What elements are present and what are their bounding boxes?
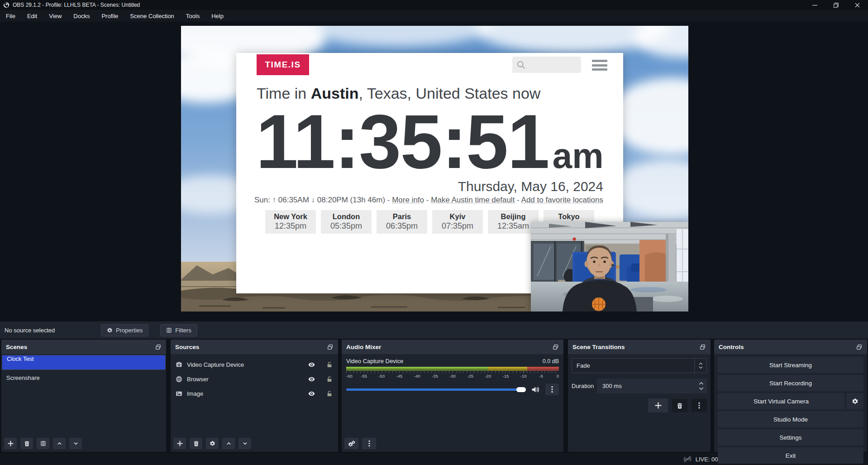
scene-item-clock-test[interactable]: Clock Test [2, 355, 166, 370]
city-time-card: London 05:35pm [321, 210, 372, 234]
properties-button[interactable]: Properties [101, 324, 148, 336]
source-properties-button[interactable] [206, 438, 219, 449]
remove-scene-button[interactable] [20, 438, 33, 449]
db-tick-label: -60 [346, 374, 353, 379]
mixer-options-button[interactable] [362, 438, 376, 449]
globe-icon [176, 376, 182, 383]
add-scene-button[interactable] [4, 438, 17, 449]
popout-dock-icon [699, 344, 706, 350]
spin-up-button[interactable] [699, 382, 704, 385]
db-scale: -60 -55 -50 -45 -40 -35 -30 -25 -20 -15 … [346, 374, 559, 379]
menu-file[interactable]: File [0, 10, 21, 22]
city-name: Paris [393, 212, 411, 221]
add-favorite-link: Add to favorite locations [521, 196, 603, 204]
menu-view[interactable]: View [43, 10, 67, 22]
exit-button[interactable]: Exit [718, 447, 863, 464]
db-tick-label: -15 [503, 374, 509, 379]
add-transition-button[interactable] [648, 398, 668, 412]
stream-inactive-icon [683, 455, 692, 463]
webcam-overlay-source[interactable] [531, 222, 688, 312]
start-recording-button[interactable]: Start Recording [718, 375, 863, 391]
source-item-browser[interactable]: Browser [171, 372, 338, 386]
advanced-audio-button[interactable] [344, 438, 358, 449]
controls-panel-header[interactable]: Controls [714, 340, 867, 354]
start-streaming-button[interactable]: Start Streaming [718, 357, 863, 373]
menu-tools[interactable]: Tools [180, 10, 205, 22]
source-item-image[interactable]: Image [171, 387, 338, 400]
window-title: OBS 29.1.2 - Profile: LLHLS BETA - Scene… [13, 2, 140, 8]
unlock-icon[interactable] [326, 390, 333, 397]
db-tick-marks [346, 371, 559, 373]
db-tick-label: -25 [467, 374, 473, 379]
volume-slider-handle[interactable] [516, 387, 526, 392]
source-label: Image [187, 390, 203, 397]
channel-options-button[interactable] [545, 384, 559, 395]
window-titlebar[interactable]: OBS 29.1.2 - Profile: LLHLS BETA - Scene… [0, 0, 868, 10]
db-tick-label: -50 [378, 374, 385, 379]
filters-button[interactable]: Filters [160, 324, 197, 336]
hamburger-menu-icon [592, 60, 607, 73]
virtual-camera-settings-button[interactable] [846, 393, 863, 409]
scene-item-screenshare[interactable]: Screenshare [2, 371, 166, 384]
dock-panels: Scenes Clock Test Screenshare [0, 339, 868, 453]
clock-digits: 11:35:51 [256, 99, 549, 184]
timeis-search-box [512, 57, 581, 73]
db-tick-label: 0 [557, 374, 559, 379]
remove-source-button[interactable] [190, 438, 202, 449]
preview-canvas[interactable]: TIME.IS Time in Austin, Texas, United St… [181, 26, 688, 312]
scene-filters-button[interactable] [37, 438, 49, 449]
source-item-video-capture[interactable]: Video Capture Device [171, 358, 338, 371]
transitions-panel-title: Scene Transitions [572, 344, 625, 350]
move-source-down-button[interactable] [238, 438, 251, 449]
duration-spinbox[interactable]: 300 ms [597, 379, 707, 393]
city-name: New York [274, 212, 307, 221]
visibility-eye-icon[interactable] [308, 390, 315, 397]
settings-button[interactable]: Settings [718, 429, 863, 446]
move-scene-down-button[interactable] [69, 438, 82, 449]
mixer-panel-header[interactable]: Audio Mixer [342, 340, 563, 354]
sources-panel-header[interactable]: Sources [171, 340, 338, 354]
db-tick-label: -30 [449, 374, 456, 379]
obs-logo-icon [3, 2, 10, 8]
filters-label: Filters [175, 327, 191, 334]
transition-select[interactable]: Fade [572, 358, 707, 373]
gear-icon [107, 327, 113, 333]
mixer-db-value: 0.0 dB [543, 358, 559, 364]
restore-button[interactable] [825, 0, 847, 10]
start-virtual-camera-button[interactable]: Start Virtual Camera [718, 393, 844, 409]
transition-options-button[interactable] [692, 399, 707, 412]
transitions-panel-header[interactable]: Scene Transitions [568, 340, 711, 354]
speaker-mute-icon[interactable] [531, 386, 540, 393]
timeis-logo: TIME.IS [257, 54, 309, 75]
volume-meter [346, 367, 559, 371]
timeis-logo-text: TIME.IS [265, 60, 300, 70]
studio-mode-button[interactable]: Studio Mode [718, 411, 863, 427]
unlock-icon[interactable] [326, 376, 333, 383]
add-source-button[interactable] [173, 438, 186, 449]
minimize-button[interactable] [804, 0, 825, 10]
menu-scene-collection[interactable]: Scene Collection [124, 10, 180, 22]
volume-slider[interactable] [346, 388, 526, 391]
remove-transition-button[interactable] [672, 399, 687, 412]
db-tick-label: -35 [432, 374, 438, 379]
unlock-icon[interactable] [326, 361, 333, 368]
menu-bar: File Edit View Docks Profile Scene Colle… [0, 10, 868, 22]
city-name: Tokyo [558, 212, 579, 221]
menu-profile[interactable]: Profile [95, 10, 124, 22]
duration-value[interactable]: 300 ms [597, 379, 695, 393]
visibility-eye-icon[interactable] [308, 376, 315, 383]
move-source-up-button[interactable] [222, 438, 235, 449]
sources-panel-title: Sources [175, 344, 199, 350]
db-tick-label: -40 [414, 374, 420, 379]
menu-edit[interactable]: Edit [21, 10, 43, 22]
visibility-eye-icon[interactable] [308, 361, 315, 368]
close-button[interactable] [847, 0, 868, 10]
menu-help[interactable]: Help [205, 10, 229, 22]
move-scene-up-button[interactable] [53, 438, 66, 449]
make-default-link: Make Austin time default [431, 196, 515, 204]
menu-docks[interactable]: Docks [67, 10, 95, 22]
timeis-sun-line: Sun: ↑ 06:35AM ↓ 08:20PM (13h 46m) - Mor… [236, 196, 623, 205]
db-tick-label: -55 [361, 374, 367, 379]
spin-down-button[interactable] [699, 387, 704, 390]
scenes-panel-header[interactable]: Scenes [1, 340, 166, 354]
